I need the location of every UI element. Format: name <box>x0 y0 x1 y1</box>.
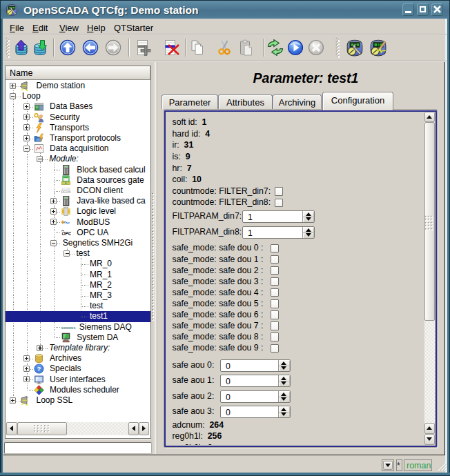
svg-text:?: ? <box>37 365 41 373</box>
svg-text:SIEMENS: SIEMENS <box>61 326 75 329</box>
svg-text:OPC: OPC <box>61 230 71 235</box>
svg-text:DCON: DCON <box>61 190 71 194</box>
